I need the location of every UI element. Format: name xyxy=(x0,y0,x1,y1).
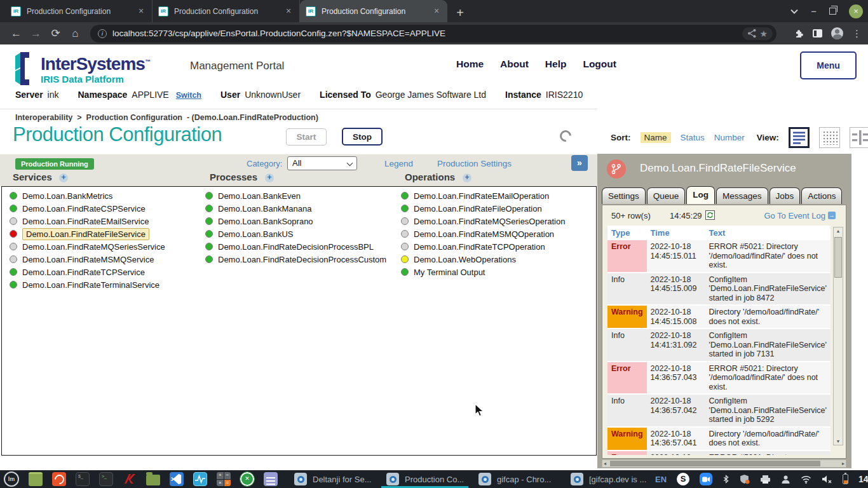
taskbar-window-button[interactable]: gifcap - Chro... xyxy=(471,470,563,488)
production-settings-link[interactable]: Production Settings xyxy=(437,159,512,168)
nav-help-link[interactable]: Help xyxy=(545,58,567,70)
horizontal-scroll-thumb[interactable] xyxy=(610,461,820,466)
menu-button[interactable]: Menu xyxy=(800,51,857,79)
operation-name[interactable]: Demo.Loan.FindRateMSMQOperation xyxy=(414,229,554,239)
panel-tab[interactable]: Log xyxy=(686,186,715,204)
text-editor-icon[interactable] xyxy=(264,472,278,486)
log-vertical-scrollbar[interactable] xyxy=(833,227,843,445)
service-item[interactable]: Demo.Loan.FindRateFileService xyxy=(10,227,165,240)
process-item[interactable]: Demo.Loan.FindRateDecisionProcessBPL xyxy=(205,240,386,253)
process-item[interactable]: Demo.Loan.BankSoprano xyxy=(205,215,386,227)
add-process-icon[interactable] xyxy=(265,173,274,182)
log-text-header[interactable]: Text xyxy=(705,227,831,239)
service-item[interactable]: Demo.Loan.FindRateCSPService xyxy=(10,202,165,215)
go-to-event-log-link[interactable]: Go To Event Log xyxy=(764,211,825,220)
vscode-icon[interactable] xyxy=(170,472,184,486)
orange-app-icon[interactable] xyxy=(52,472,66,486)
new-tab-button[interactable] xyxy=(451,4,469,22)
terminal-icon[interactable] xyxy=(76,472,90,486)
share-icon[interactable] xyxy=(747,29,757,38)
language-indicator[interactable]: EN xyxy=(655,475,667,484)
process-name[interactable]: Demo.Loan.BankSoprano xyxy=(218,217,313,226)
operation-item[interactable]: Demo.Loan.WebOperations xyxy=(401,253,565,266)
back-icon[interactable] xyxy=(6,27,26,40)
service-name[interactable]: Demo.Loan.FindRateTCPService xyxy=(22,268,145,277)
operation-name[interactable]: Demo.Loan.FindRateMQSeriesOperation xyxy=(414,217,565,226)
breadcrumb-root-link[interactable]: Interoperability xyxy=(15,113,72,122)
nav-logout-link[interactable]: Logout xyxy=(583,58,616,70)
printer-icon[interactable] xyxy=(760,475,771,484)
panel-tab[interactable]: Settings xyxy=(602,187,646,204)
legend-link[interactable]: Legend xyxy=(384,159,413,168)
home-icon[interactable] xyxy=(65,27,85,40)
operation-item[interactable]: Demo.Loan.FindRateEMailOperation xyxy=(401,189,565,202)
operation-item[interactable]: Demo.Loan.FindRateMQSeriesOperation xyxy=(401,215,565,227)
scroll-right-icon[interactable] xyxy=(842,461,844,467)
operation-item[interactable]: Demo.Loan.FindRateFileOperation xyxy=(401,202,565,215)
add-operation-icon[interactable] xyxy=(463,173,471,182)
operation-name[interactable]: My Terminal Output xyxy=(414,268,485,277)
service-name[interactable]: Demo.Loan.FindRateMQSeriesService xyxy=(22,242,165,252)
user-icon[interactable] xyxy=(781,475,790,484)
process-name[interactable]: Demo.Loan.BankEven xyxy=(218,191,301,201)
service-name[interactable]: Demo.Loan.FindRateEMailService xyxy=(22,217,149,226)
tab-search-chevron-icon[interactable] xyxy=(790,9,798,14)
wifi-icon[interactable] xyxy=(801,475,811,484)
process-name[interactable]: Demo.Loan.BankUS xyxy=(218,229,294,239)
service-name[interactable]: Demo.Loan.BankMetrics xyxy=(22,191,112,201)
process-item[interactable]: Demo.Loan.BankEven xyxy=(205,189,386,202)
close-icon[interactable] xyxy=(849,4,863,18)
reload-icon[interactable] xyxy=(46,27,65,40)
process-name[interactable]: Demo.Loan.FindRateDecisionProcessCustom xyxy=(218,255,386,264)
service-item[interactable]: Demo.Loan.FindRateTCPService xyxy=(10,266,165,278)
event-log-arrow-icon[interactable] xyxy=(828,212,836,219)
minimize-icon[interactable] xyxy=(811,8,817,15)
show-desktop-icon[interactable] xyxy=(29,472,43,486)
skype-icon[interactable] xyxy=(677,473,689,485)
operation-name[interactable]: Demo.Loan.FindRateEMailOperation xyxy=(414,191,549,201)
scroll-left-icon[interactable] xyxy=(604,461,606,467)
process-name[interactable]: Demo.Loan.BankManana xyxy=(218,204,311,214)
sort-option[interactable]: Number xyxy=(714,133,745,142)
service-item[interactable]: Demo.Loan.FindRateMQSeriesService xyxy=(10,240,165,253)
nav-home-link[interactable]: Home xyxy=(456,58,484,70)
panel-tab[interactable]: Jobs xyxy=(770,187,801,204)
browser-tab[interactable]: IR Production Configuration xyxy=(300,0,447,22)
service-name[interactable]: Demo.Loan.FindRateCSPService xyxy=(22,204,146,214)
process-item[interactable]: Demo.Loan.BankManana xyxy=(205,202,386,215)
service-item[interactable]: Demo.Loan.FindRateEMailService xyxy=(10,215,165,227)
log-horizontal-scrollbar[interactable] xyxy=(602,459,846,468)
forward-icon[interactable] xyxy=(26,27,46,40)
tab-close-icon[interactable] xyxy=(283,6,294,17)
operation-name[interactable]: Demo.Loan.FindRateTCPOperation xyxy=(414,242,545,252)
start-button[interactable]: Start xyxy=(286,128,327,146)
terminal-alt-icon[interactable] xyxy=(99,472,113,486)
operation-item[interactable]: My Terminal Output xyxy=(401,266,565,278)
log-refresh-button[interactable] xyxy=(705,210,715,220)
operation-name[interactable]: Demo.Loan.WebOperations xyxy=(414,255,516,264)
calculator-icon[interactable]: +−×= xyxy=(217,472,231,486)
panel-tab[interactable]: Queue xyxy=(647,187,686,204)
red-logo-icon[interactable] xyxy=(123,472,137,486)
panel-tab[interactable]: Messages xyxy=(716,187,768,204)
log-time-header[interactable]: Time xyxy=(647,227,705,239)
mint-menu-icon[interactable] xyxy=(4,471,19,487)
service-name[interactable]: Demo.Loan.FindRateMSMQService xyxy=(22,255,154,264)
file-manager-icon[interactable] xyxy=(146,475,160,485)
volume-muted-icon[interactable] xyxy=(822,475,832,484)
zoom-icon[interactable] xyxy=(700,473,712,485)
battery-icon[interactable] xyxy=(843,474,848,484)
process-item[interactable]: Demo.Loan.FindRateDecisionProcessCustom xyxy=(205,253,386,266)
clock[interactable]: 14:45 xyxy=(858,474,868,484)
category-select[interactable]: All xyxy=(287,156,357,170)
process-name[interactable]: Demo.Loan.FindRateDecisionProcessBPL xyxy=(218,242,374,252)
taskbar-window-button[interactable]: [gifcap.dev is ... xyxy=(563,470,655,488)
browser-tab[interactable]: IR Production Configuration xyxy=(153,0,300,22)
view-grid-button[interactable] xyxy=(819,127,840,148)
switch-link[interactable]: Switch xyxy=(176,91,201,100)
browser-menu-button[interactable] xyxy=(852,28,862,39)
stop-button[interactable]: Stop xyxy=(342,128,383,146)
view-split-button[interactable] xyxy=(850,127,868,148)
operation-name[interactable]: Demo.Loan.FindRateFileOperation xyxy=(414,204,542,214)
panel-tab[interactable]: Actions xyxy=(801,187,842,204)
